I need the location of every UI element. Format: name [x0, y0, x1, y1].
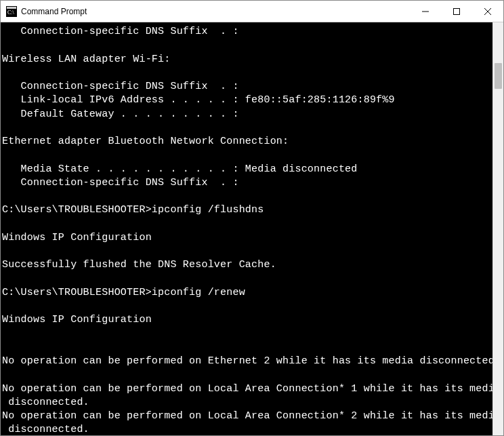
terminal-line: [2, 66, 492, 80]
terminal-line: C:\Users\TROUBLESHOOTER>ipconfig /flushd…: [2, 203, 492, 217]
terminal-line: Media State . . . . . . . . . . . : Medi…: [2, 163, 492, 176]
terminal-line: disconnected.: [2, 396, 492, 410]
terminal-line: Ethernet adapter Bluetooth Network Conne…: [2, 135, 492, 148]
terminal-line: Connection-specific DNS Suffix . :: [2, 176, 492, 190]
terminal-line: Connection-specific DNS Suffix . :: [2, 80, 492, 94]
maximize-button[interactable]: [441, 1, 472, 22]
scroll-thumb[interactable]: [495, 63, 502, 89]
terminal-line: [2, 245, 492, 258]
terminal-line: [2, 121, 492, 135]
terminal-line: Wireless LAN adapter Wi-Fi:: [2, 53, 492, 66]
terminal-line: Default Gateway . . . . . . . . . :: [2, 108, 492, 121]
terminal-line: No operation can be performed on Local A…: [2, 410, 492, 423]
titlebar: C:\ Command Prompt: [1, 1, 503, 22]
terminal-line: [2, 190, 492, 203]
svg-text:C:\: C:\: [7, 9, 15, 16]
terminal-line: [2, 148, 492, 162]
terminal-line: [2, 39, 492, 52]
terminal-line: No operation can be performed on Local A…: [2, 382, 492, 396]
cmd-icon: C:\: [6, 6, 17, 17]
terminal-line: [2, 368, 492, 382]
svg-rect-1: [7, 7, 16, 9]
terminal-line: No operation can be performed on Etherne…: [2, 355, 492, 368]
terminal-line: [2, 341, 492, 355]
terminal-line: disconnected.: [2, 423, 492, 435]
terminal-line: Connection-specific DNS Suffix . :: [2, 25, 492, 39]
window-controls: [410, 1, 503, 22]
terminal-line: C:\Users\TROUBLESHOOTER>ipconfig /renew: [2, 286, 492, 300]
terminal-line: [2, 218, 492, 231]
terminal-line: Windows IP Configuration: [2, 313, 492, 327]
minimize-button[interactable]: [410, 1, 441, 22]
terminal-area: Connection-specific DNS Suffix . : Wirel…: [1, 22, 503, 435]
terminal-line: Link-local IPv6 Address . . . . . : fe80…: [2, 94, 492, 107]
terminal-output[interactable]: Connection-specific DNS Suffix . : Wirel…: [1, 22, 492, 435]
svg-rect-4: [454, 8, 460, 14]
scrollbar[interactable]: [492, 22, 503, 435]
close-button[interactable]: [472, 1, 503, 22]
terminal-line: Windows IP Configuration: [2, 231, 492, 245]
terminal-line: [2, 273, 492, 286]
terminal-line: [2, 328, 492, 341]
window-title: Command Prompt: [21, 7, 410, 16]
terminal-line: [2, 300, 492, 313]
terminal-line: Successfully flushed the DNS Resolver Ca…: [2, 258, 492, 272]
